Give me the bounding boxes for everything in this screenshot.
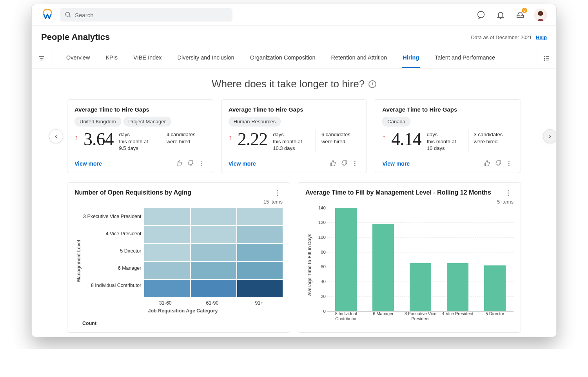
card-menu-icon[interactable]: … — [200, 160, 206, 167]
svg-point-0 — [65, 12, 70, 16]
panel-menu-button[interactable]: … — [506, 189, 514, 197]
panel-time-to-fill: Average Time to Fill by Management Level… — [298, 182, 521, 333]
page-title: People Analytics — [41, 32, 110, 42]
tab-talent-and-performance[interactable]: Talent and Performance — [434, 48, 496, 68]
filter-chip[interactable]: United Kingdom — [74, 117, 121, 126]
tab-organization-composition[interactable]: Organization Composition — [249, 48, 316, 68]
barchart-y-tick: 80 — [316, 250, 326, 254]
metric-description: daysthis month at 9.5 days — [119, 130, 161, 152]
trend-up-icon: ↑ — [382, 133, 386, 142]
section-heading: Where does it take longer to hire? i — [32, 78, 556, 90]
heatmap-grid — [144, 208, 283, 297]
metric-value: 2.22 — [238, 130, 268, 148]
barchart-y-tick: 100 — [316, 235, 326, 240]
heatmap-cell — [237, 244, 283, 261]
card-menu-icon[interactable]: … — [507, 160, 514, 167]
thumbs-up-icon[interactable] — [176, 160, 182, 167]
barchart-x-tick: 8 Individual Contributor — [327, 311, 365, 321]
view-more-link[interactable]: View more — [74, 161, 102, 167]
metric-description: daysthis month at 10.3 days — [273, 130, 316, 152]
search-input[interactable] — [75, 12, 228, 18]
bar — [484, 265, 506, 311]
tab-kpis[interactable]: KPIs — [105, 48, 118, 68]
hire-gap-card: Average Time to Hire GapsCanada↑4.14days… — [375, 99, 521, 173]
heatmap-y-tick: 8 Individual Contributor — [83, 277, 141, 294]
filter-chip[interactable]: Project Manager — [123, 117, 171, 126]
inbox-icon[interactable]: 8 — [515, 9, 526, 20]
filter-chip[interactable]: Canada — [382, 117, 410, 126]
help-link[interactable]: Help — [536, 34, 547, 40]
hire-gap-card: Average Time to Hire GapsHuman Resources… — [221, 99, 367, 173]
thumbs-down-icon[interactable] — [341, 160, 348, 167]
hired-count: 4 candidates were hired — [167, 130, 206, 145]
barchart-x-tick: 4 Vice President — [439, 311, 476, 321]
heatmap-cell — [144, 280, 190, 297]
carousel-prev-button[interactable]: ‹ — [49, 129, 63, 143]
heatmap-cell — [237, 262, 283, 279]
heatmap-cell — [191, 280, 236, 297]
heatmap-cell — [237, 208, 283, 225]
thumbs-up-icon[interactable] — [484, 160, 490, 167]
metric-description: daysthis month at 10 days — [427, 130, 468, 152]
svg-point-2 — [478, 11, 485, 18]
view-more-link[interactable]: View more — [382, 161, 410, 167]
tab-vibe-index[interactable]: VIBE Index — [132, 48, 163, 68]
hire-gap-card: Average Time to Hire GapsUnited KingdomP… — [67, 99, 213, 173]
panel-menu-button[interactable]: … — [275, 189, 283, 197]
tab-retention-and-attrition[interactable]: Retention and Attrition — [330, 48, 388, 68]
chat-icon[interactable] — [475, 9, 486, 20]
trend-up-icon: ↑ — [229, 133, 232, 142]
barchart-y-tick: 40 — [316, 279, 326, 284]
barchart-x-tick: 3 Executive Vice President — [402, 311, 439, 321]
thumbs-down-icon[interactable] — [495, 160, 502, 167]
heatmap-cell — [144, 208, 190, 225]
tab-overview[interactable]: Overview — [65, 48, 91, 68]
trend-up-icon: ↑ — [74, 133, 78, 142]
hired-count: 6 candidates were hired — [321, 130, 359, 145]
info-icon[interactable]: i — [368, 80, 376, 88]
tabs-row: OverviewKPIsVIBE IndexDiversity and Incl… — [32, 48, 556, 69]
svg-point-10 — [544, 58, 545, 59]
topbar: 8 — [32, 4, 556, 26]
svg-line-1 — [69, 16, 71, 17]
heatmap-cell — [191, 226, 236, 243]
svg-point-12 — [544, 60, 545, 60]
tab-hiring[interactable]: Hiring — [402, 48, 420, 68]
card-title: Average Time to Hire Gaps — [382, 106, 514, 113]
svg-point-8 — [544, 56, 545, 57]
barchart-yaxis-label: Average Time to Fill in Days — [305, 208, 314, 321]
heatmap-cell — [191, 208, 236, 225]
inbox-badge: 8 — [522, 8, 527, 13]
heatmap-x-tick: 61-90 — [189, 300, 236, 306]
search-box[interactable] — [60, 8, 232, 22]
list-view-icon[interactable] — [537, 48, 556, 68]
thumbs-up-icon[interactable] — [330, 160, 336, 167]
avatar[interactable] — [534, 9, 547, 21]
heatmap-cell — [144, 244, 190, 261]
heatmap-y-tick: 3 Executive Vice President — [83, 208, 141, 225]
filter-icon[interactable] — [32, 48, 51, 68]
notifications-icon[interactable] — [495, 9, 506, 20]
panel-items-count: 15 items — [74, 199, 283, 205]
tab-diversity-and-inclusion[interactable]: Diversity and Inclusion — [177, 48, 235, 68]
bar — [410, 263, 431, 311]
titlebar: People Analytics Data as of December 202… — [32, 26, 556, 48]
heatmap-cell — [191, 262, 236, 279]
panel-title: Average Time to Fill by Management Level… — [305, 189, 491, 196]
heatmap-x-tick: 91+ — [236, 300, 283, 306]
heatmap-x-tick: 31-60 — [142, 300, 189, 306]
view-more-link[interactable]: View more — [229, 161, 256, 167]
bar — [447, 263, 468, 311]
app-logo[interactable] — [41, 9, 54, 21]
heatmap-cell — [191, 244, 236, 261]
barchart-plot: 020406080100120140 8 Individual Contribu… — [314, 208, 514, 321]
card-menu-icon[interactable]: … — [353, 160, 359, 167]
heatmap-y-tick: 6 Manager — [83, 260, 141, 277]
thumbs-down-icon[interactable] — [188, 160, 194, 167]
metric-value: 4.14 — [391, 130, 421, 148]
hired-count: 3 candidates were hired — [474, 130, 514, 145]
heatmap-xaxis-label: Job Requisition Age Category — [83, 308, 283, 314]
filter-chip[interactable]: Human Resources — [229, 117, 281, 126]
heatmap-cell — [144, 226, 190, 243]
carousel-next-button[interactable]: › — [543, 129, 557, 143]
